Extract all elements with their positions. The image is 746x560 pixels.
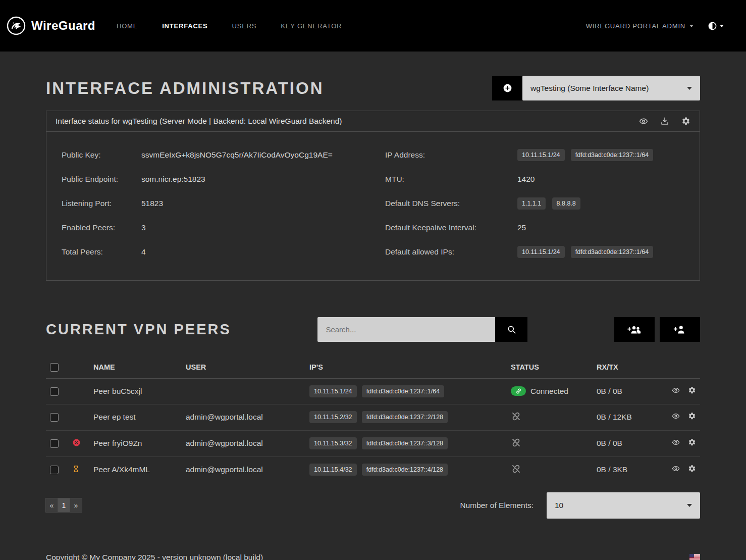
public-key-value: ssvmEeIxG+k8jsNO5G7cq5r/Ak7IiCodAvOyoCg1…: [141, 150, 333, 160]
keepalive-value: 25: [517, 223, 526, 232]
plus-circle-icon: [503, 83, 512, 93]
admin-user-menu-label: WIREGUARD PORTAL ADMIN: [586, 22, 685, 30]
field-label: Default allowed IPs:: [385, 247, 517, 257]
field-label: MTU:: [385, 175, 517, 184]
search-input[interactable]: [317, 317, 495, 342]
wireguard-logo-icon: [6, 16, 26, 36]
public-endpoint-value: som.nicr.ep:51823: [141, 175, 205, 184]
peer-user: [182, 378, 305, 404]
disconnected-unlink-icon: [511, 437, 521, 448]
peer-user: admin@wgportal.local: [182, 404, 305, 430]
column-header-name: NAME: [89, 356, 182, 378]
peer-ip-badge: fdfd:d3ad:c0de:1237::3/128: [362, 437, 448, 449]
pagination: « 1 »: [46, 498, 82, 513]
interface-select-wrap: wgTesting (Some Interface Name): [522, 76, 700, 100]
elements-per-page-select[interactable]: 10: [547, 492, 700, 519]
table-header-row: NAME USER IP'S STATUS RX/TX: [46, 356, 700, 378]
view-peer-button[interactable]: [672, 386, 680, 394]
view-peer-button[interactable]: [672, 465, 680, 473]
interface-select[interactable]: wgTesting (Some Interface Name): [522, 76, 700, 100]
peer-user: admin@wgportal.local: [182, 456, 305, 483]
field-label: Public Key:: [62, 150, 141, 160]
peers-table: NAME USER IP'S STATUS RX/TX Peer buC5cxj…: [46, 356, 700, 483]
peer-ip-badge: fdfd:d3ad:c0de:1237::2/128: [362, 411, 448, 423]
edit-interface-button[interactable]: [681, 117, 690, 126]
ip-badge: fdfd:d3ad:c0de:1237::1/64: [571, 149, 653, 161]
caret-down-icon: [689, 25, 694, 27]
peer-rxtx: 0B / 0B: [593, 430, 662, 456]
brand-name: WireGuard: [31, 19, 95, 33]
column-header-status: STATUS: [507, 356, 593, 378]
add-peer-button[interactable]: [660, 317, 700, 342]
column-header-rxtx: RX/TX: [593, 356, 662, 378]
brand[interactable]: WireGuard: [6, 16, 95, 36]
peer-ip-badge: 10.11.15.2/32: [309, 411, 357, 423]
nav-item-interfaces[interactable]: INTERFACES: [162, 22, 207, 30]
total-peers-value: 4: [141, 247, 146, 257]
card-title: Interface status for wgTesting (Server M…: [56, 117, 342, 126]
search-button[interactable]: [495, 317, 527, 342]
field-label: Default Keepalive Interval:: [385, 223, 517, 232]
edit-peer-button[interactable]: [688, 438, 696, 446]
ip-badge: 10.11.15.1/24: [517, 149, 565, 161]
disconnected-unlink-icon: [511, 411, 521, 422]
disconnected-unlink-icon: [511, 464, 521, 474]
peer-rxtx: 0B / 12KB: [593, 404, 662, 430]
nav-item-key-generator[interactable]: KEY GENERATOR: [281, 22, 342, 30]
allowed-ip-badge: 10.11.15.1/24: [517, 246, 565, 258]
copyright-text: Copyright © My Company 2025 - version un…: [46, 553, 263, 560]
table-row: Peer ep test admin@wgportal.local 10.11.…: [46, 404, 700, 430]
admin-user-menu[interactable]: WIREGUARD PORTAL ADMIN: [586, 22, 694, 30]
field-label: Listening Port:: [62, 199, 141, 208]
main-nav: HOME INTERFACES USERS KEY GENERATOR: [117, 22, 342, 30]
edit-peer-button[interactable]: [688, 412, 696, 420]
peer-ip-badge: fdfd:d3ad:c0de:1237::4/128: [362, 464, 448, 476]
add-multiple-peers-button[interactable]: [614, 317, 655, 342]
pagination-page-1[interactable]: 1: [58, 498, 70, 513]
peers-section-title: CURRENT VPN PEERS: [46, 321, 231, 338]
mtu-value: 1420: [517, 175, 535, 184]
row-checkbox[interactable]: [50, 439, 59, 448]
dns-badge: 8.8.8.8: [552, 197, 580, 210]
row-checkbox[interactable]: [50, 387, 59, 396]
peer-ip-badge: 10.11.15.4/32: [309, 464, 357, 476]
allowed-ip-badge: fdfd:d3ad:c0de:1237::1/64: [571, 246, 653, 258]
field-label: Default DNS Servers:: [385, 199, 517, 208]
peer-expired-icon: [72, 438, 81, 447]
peer-rxtx: 0B / 0B: [593, 378, 662, 404]
view-peer-button[interactable]: [672, 438, 680, 446]
peer-user: admin@wgportal.local: [182, 430, 305, 456]
add-user-icon: [673, 324, 686, 335]
row-checkbox[interactable]: [50, 413, 59, 422]
add-interface-button[interactable]: [492, 76, 522, 100]
pagination-prev-button[interactable]: «: [45, 498, 58, 513]
row-checkbox[interactable]: [50, 466, 59, 474]
dns-badge: 1.1.1.1: [517, 197, 546, 210]
peer-expiring-hourglass-icon: [72, 465, 80, 473]
download-config-button[interactable]: [660, 117, 669, 126]
theme-half-circle-icon: [708, 21, 717, 31]
peer-rxtx: 0B / 3KB: [593, 456, 662, 483]
peer-ip-badge: 10.11.15.3/32: [309, 437, 357, 449]
search-icon: [507, 325, 516, 334]
enabled-peers-value: 3: [141, 223, 146, 232]
elements-select-wrap: 10: [547, 492, 700, 519]
nav-item-users[interactable]: USERS: [232, 22, 257, 30]
theme-toggle-menu[interactable]: [708, 21, 724, 31]
pagination-next-button[interactable]: »: [70, 498, 82, 513]
peer-status-label: Connected: [530, 387, 568, 396]
elements-per-page-label: Number of Elements:: [460, 501, 534, 510]
edit-peer-button[interactable]: [688, 465, 696, 473]
field-label: Public Endpoint:: [62, 175, 141, 184]
column-header-ips: IP'S: [305, 356, 507, 378]
nav-item-home[interactable]: HOME: [117, 22, 138, 30]
select-all-checkbox[interactable]: [50, 363, 59, 372]
view-config-button[interactable]: [639, 117, 648, 126]
peer-name: Peer A/Xk4mML: [89, 456, 182, 483]
peer-name: Peer fryiO9Zn: [89, 430, 182, 456]
language-flag-us-icon[interactable]: [689, 554, 700, 560]
peer-name: Peer buC5cxjl: [89, 378, 182, 404]
edit-peer-button[interactable]: [688, 386, 696, 394]
view-peer-button[interactable]: [672, 412, 680, 420]
page-title: INTERFACE ADMINISTRATION: [46, 79, 324, 98]
